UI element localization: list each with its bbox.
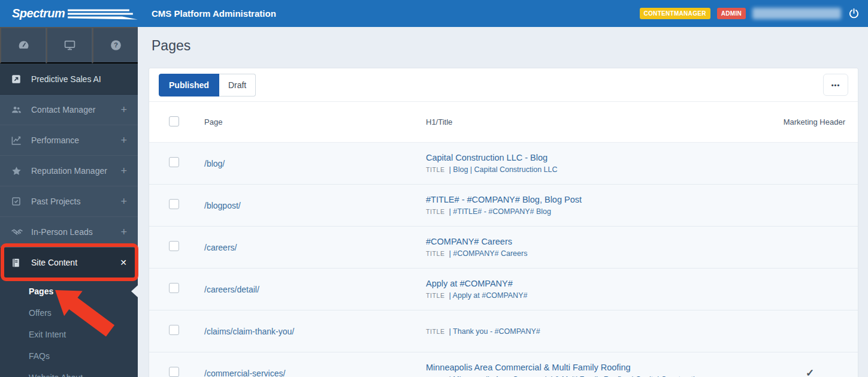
handshake-icon — [11, 226, 23, 239]
help-icon-button[interactable]: ? — [92, 27, 138, 64]
chart-icon — [11, 135, 23, 146]
sidebar-item-in-person-leads[interactable]: In-Person Leads + — [0, 217, 138, 248]
monitor-icon — [63, 39, 76, 52]
expand-plus-icon[interactable]: + — [120, 134, 127, 147]
username-redacted — [752, 8, 841, 19]
title-label: TITLE — [426, 292, 445, 299]
select-all-checkbox[interactable] — [169, 116, 179, 126]
page-link[interactable]: /commercial-services/ — [204, 369, 285, 377]
page-link[interactable]: /careers/detail/ — [204, 285, 259, 294]
table-row: /blog/ Capital Construction LLC - Blog T… — [149, 143, 858, 185]
spectrum-logo: Spectrum — [0, 7, 138, 20]
table-header-row: Page H1/Title Marketing Header — [149, 102, 858, 143]
sidebar-icon-strip: ? — [0, 27, 138, 64]
table-row: /blogpost/ #TITLE# - #COMPANY# Blog, Blo… — [149, 185, 858, 227]
topbar-right: CONTENTMANAGER ADMIN — [640, 7, 868, 20]
monitor-icon-button[interactable] — [46, 27, 92, 64]
more-options-button[interactable]: ••• — [823, 74, 848, 96]
site-content-submenu: Pages Offers Exit Intent FAQs Website Ab… — [0, 278, 138, 377]
page-link[interactable]: /careers/ — [204, 243, 237, 252]
page-title: Pages — [138, 27, 868, 54]
dashboard-icon-button[interactable] — [0, 27, 46, 64]
column-header-page: Page — [204, 117, 426, 126]
expand-plus-icon[interactable]: + — [120, 165, 127, 177]
title-value: | #COMPANY# Careers — [449, 249, 528, 258]
table-row: /claims/claim-thank-you/ TITLE| Thank yo… — [149, 310, 858, 352]
h1-link[interactable]: Apply at #COMPANY# — [426, 279, 762, 288]
main-content: Pages Published Draft ••• Page H1/Title … — [138, 27, 868, 377]
checksquare-icon — [11, 196, 23, 207]
page-link[interactable]: /blog/ — [204, 159, 225, 168]
logout-power-button[interactable] — [848, 7, 860, 20]
row-checkbox[interactable] — [169, 157, 179, 167]
active-item-notch — [131, 285, 138, 297]
book-icon — [11, 257, 23, 269]
power-icon — [848, 7, 860, 20]
row-checkbox[interactable] — [169, 199, 179, 209]
expand-plus-icon[interactable]: + — [120, 104, 127, 116]
role-badge-contentmanager: CONTENTMANAGER — [640, 8, 710, 19]
page-link[interactable]: /blogpost/ — [204, 201, 241, 210]
pages-card: Published Draft ••• Page H1/Title Market… — [149, 68, 858, 377]
row-checkbox[interactable] — [169, 367, 179, 377]
submenu-item-faqs[interactable]: FAQs — [0, 345, 138, 367]
status-filter-group: Published Draft — [159, 74, 256, 96]
row-checkbox[interactable] — [169, 283, 179, 293]
published-tab[interactable]: Published — [159, 74, 219, 96]
row-checkbox[interactable] — [169, 325, 179, 335]
submenu-item-exit-intent[interactable]: Exit Intent — [0, 324, 138, 345]
title-label: TITLE — [426, 328, 445, 335]
title-value: | Apply at #COMPANY# — [449, 291, 528, 300]
expand-plus-icon[interactable]: + — [120, 226, 127, 239]
table-row: /careers/ #COMPANY# Careers TITLE| #COMP… — [149, 227, 858, 269]
title-label: TITLE — [426, 250, 445, 257]
h1-link[interactable]: #TITLE# - #COMPANY# Blog, Blog Post — [426, 195, 762, 204]
table-row: /commercial-services/ Minneapolis Area C… — [149, 352, 858, 377]
submenu-item-website-about[interactable]: Website About — [0, 367, 138, 377]
title-value: | Thank you - #COMPANY# — [449, 327, 540, 336]
logo-text: Spectrum — [12, 7, 65, 20]
submenu-item-offers[interactable]: Offers — [0, 302, 138, 324]
title-label: TITLE — [426, 166, 445, 173]
top-bar: Spectrum CMS Platform Administration CON… — [0, 0, 868, 27]
column-header-marketing: Marketing Header — [762, 117, 858, 126]
sidebar-item-contact-manager[interactable]: Contact Manager + — [0, 95, 138, 125]
help-icon: ? — [110, 39, 122, 52]
marketing-check-icon: ✓ — [806, 367, 814, 377]
title-value: | #TITLE# - #COMPANY# Blog — [449, 207, 551, 216]
page-link[interactable]: /claims/claim-thank-you/ — [204, 327, 294, 336]
expand-plus-icon[interactable]: + — [120, 195, 127, 208]
h1-link[interactable]: #COMPANY# Careers — [426, 237, 762, 246]
sidebar-item-site-content[interactable]: Site Content ✕ — [0, 248, 138, 278]
external-icon — [11, 74, 23, 85]
toolbar: Published Draft ••• — [149, 68, 858, 102]
sidebar-item-predictive-sales-ai[interactable]: Predictive Sales AI — [0, 64, 138, 95]
table-row: /careers/detail/ Apply at #COMPANY# TITL… — [149, 269, 858, 310]
sidebar-item-reputation-manager[interactable]: Reputation Manager + — [0, 156, 138, 186]
table-body: /blog/ Capital Construction LLC - Blog T… — [149, 143, 858, 377]
svg-text:?: ? — [114, 41, 118, 49]
title-label: TITLE — [426, 208, 445, 215]
logo-swoosh-icon — [68, 8, 138, 20]
sidebar-menu: Predictive Sales AI Contact Manager + Pe… — [0, 64, 138, 278]
sidebar: ? Predictive Sales AI Contact Manager + … — [0, 27, 138, 377]
sidebar-item-past-projects[interactable]: Past Projects + — [0, 186, 138, 217]
role-badge-admin: ADMIN — [717, 8, 746, 19]
title-value: | Blog | Capital Construction LLC — [449, 165, 558, 174]
dashboard-icon — [17, 39, 30, 52]
h1-link[interactable]: Minneapolis Area Commercial & Multi Fami… — [426, 363, 762, 372]
column-header-h1-title: H1/Title — [426, 117, 762, 126]
star-icon — [11, 165, 23, 177]
users-icon — [11, 104, 23, 116]
h1-link[interactable]: Capital Construction LLC - Blog — [426, 153, 762, 162]
draft-tab[interactable]: Draft — [219, 74, 256, 96]
app-title: CMS Platform Administration — [138, 8, 276, 19]
sidebar-item-performance[interactable]: Performance + — [0, 125, 138, 156]
submenu-item-pages[interactable]: Pages — [0, 281, 138, 302]
collapse-icon[interactable]: ✕ — [120, 258, 127, 267]
row-checkbox[interactable] — [169, 241, 179, 251]
